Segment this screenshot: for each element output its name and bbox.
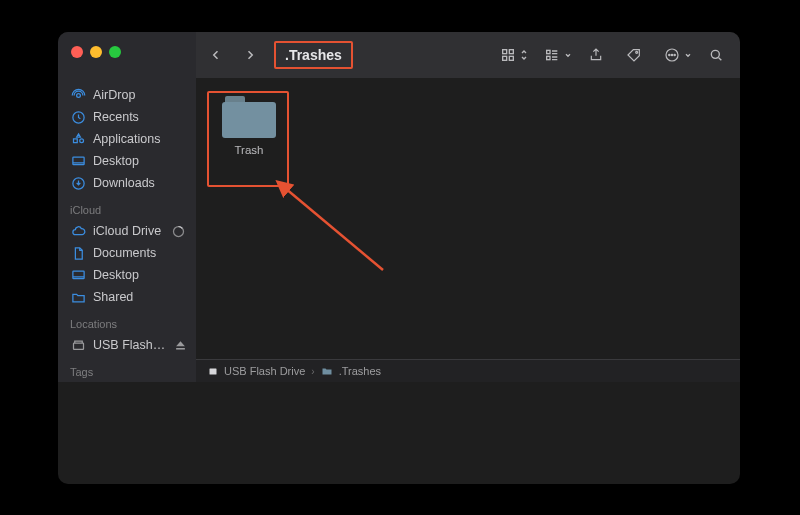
svg-point-21 — [711, 50, 719, 58]
clock-icon — [70, 109, 86, 125]
svg-rect-10 — [503, 50, 507, 54]
list-group-icon — [538, 43, 566, 67]
svg-rect-13 — [509, 56, 513, 60]
updown-chevron-icon — [520, 43, 528, 67]
airdrop-icon — [70, 87, 86, 103]
shared-folder-icon — [70, 289, 86, 305]
svg-point-16 — [636, 51, 638, 53]
svg-rect-24 — [209, 369, 216, 375]
sidebar-item-label: Downloads — [93, 176, 155, 190]
sidebar-section-tags: Tags — [58, 364, 196, 382]
path-bar: USB Flash Drive › .Trashes — [196, 359, 740, 382]
path-segment-folder[interactable]: .Trashes — [321, 365, 381, 378]
sidebar-item-label: USB Flash… — [93, 338, 165, 352]
folder-icon — [222, 96, 276, 138]
sidebar-item-shared[interactable]: Shared — [58, 286, 196, 308]
downloads-icon — [70, 175, 86, 191]
grid-view-icon — [494, 43, 522, 67]
window-title: .Trashes — [276, 43, 351, 67]
document-icon — [70, 245, 86, 261]
sync-progress-icon — [170, 223, 186, 239]
view-mode-button[interactable] — [494, 43, 528, 67]
sidebar-item-usb-drive[interactable]: USB Flash… — [58, 334, 196, 356]
main-column: .Trashes — [196, 32, 740, 382]
finder-window: AirDrop Recents Applications Desktop — [58, 32, 740, 484]
sidebar-item-airdrop[interactable]: AirDrop — [58, 84, 196, 106]
minimize-window-button[interactable] — [90, 46, 102, 58]
sidebar-item-label: AirDrop — [93, 88, 135, 102]
sidebar-item-desktop-icloud[interactable]: Desktop — [58, 264, 196, 286]
sidebar-section-icloud: iCloud — [58, 202, 196, 220]
sidebar-item-label: Documents — [93, 246, 156, 260]
close-window-button[interactable] — [71, 46, 83, 58]
path-segment-label: .Trashes — [339, 365, 381, 377]
desktop-icon — [70, 267, 86, 283]
eject-icon[interactable] — [172, 337, 188, 353]
sidebar-item-documents[interactable]: Documents — [58, 242, 196, 264]
sidebar-item-recents[interactable]: Recents — [58, 106, 196, 128]
drive-icon — [206, 365, 219, 378]
applications-icon — [70, 131, 86, 147]
annotation-arrow — [273, 180, 393, 280]
traffic-lights — [58, 46, 196, 58]
toolbar: .Trashes — [196, 32, 740, 78]
chevron-down-icon — [564, 43, 572, 67]
sidebar-section-locations: Locations — [58, 316, 196, 334]
cloud-icon — [70, 223, 86, 239]
svg-rect-9 — [176, 348, 185, 350]
svg-point-20 — [674, 54, 675, 55]
folder-icon — [321, 365, 334, 378]
back-button[interactable] — [204, 43, 228, 67]
annotation-title-highlight: .Trashes — [274, 41, 353, 69]
sidebar-item-label: Shared — [93, 290, 133, 304]
ellipsis-circle-icon — [658, 43, 686, 67]
window-body: AirDrop Recents Applications Desktop — [58, 32, 740, 382]
sidebar-item-label: iCloud Drive — [93, 224, 161, 238]
search-button[interactable] — [702, 43, 730, 67]
sidebar: AirDrop Recents Applications Desktop — [58, 32, 196, 382]
svg-rect-4 — [72, 157, 83, 165]
group-by-button[interactable] — [538, 43, 572, 67]
chevron-down-icon — [684, 43, 692, 67]
sidebar-item-label: Applications — [93, 132, 160, 146]
sidebar-item-downloads[interactable]: Downloads — [58, 172, 196, 194]
maximize-window-button[interactable] — [109, 46, 121, 58]
svg-rect-15 — [547, 56, 550, 59]
sidebar-item-applications[interactable]: Applications — [58, 128, 196, 150]
path-segment-drive[interactable]: USB Flash Drive — [206, 365, 305, 378]
tags-button[interactable] — [620, 43, 648, 67]
forward-button[interactable] — [238, 43, 262, 67]
svg-rect-11 — [509, 50, 513, 54]
share-button[interactable] — [582, 43, 610, 67]
svg-rect-14 — [547, 50, 550, 53]
svg-point-0 — [76, 93, 80, 97]
svg-rect-12 — [503, 56, 507, 60]
svg-rect-7 — [72, 271, 83, 279]
svg-point-18 — [669, 54, 670, 55]
sidebar-item-icloud-drive[interactable]: iCloud Drive — [58, 220, 196, 242]
svg-rect-8 — [73, 343, 83, 349]
sidebar-item-label: Desktop — [93, 154, 139, 168]
external-drive-icon — [70, 337, 86, 353]
svg-point-19 — [671, 54, 672, 55]
svg-point-3 — [79, 138, 83, 142]
svg-rect-2 — [73, 138, 77, 142]
path-segment-label: USB Flash Drive — [224, 365, 305, 377]
sidebar-item-label: Desktop — [93, 268, 139, 282]
sidebar-item-desktop[interactable]: Desktop — [58, 150, 196, 172]
svg-line-23 — [285, 188, 383, 270]
sidebar-item-label: Recents — [93, 110, 139, 124]
desktop-icon — [70, 153, 86, 169]
actions-menu-button[interactable] — [658, 43, 692, 67]
file-browser-area[interactable]: Trash — [196, 78, 740, 359]
path-separator-icon: › — [311, 366, 314, 377]
